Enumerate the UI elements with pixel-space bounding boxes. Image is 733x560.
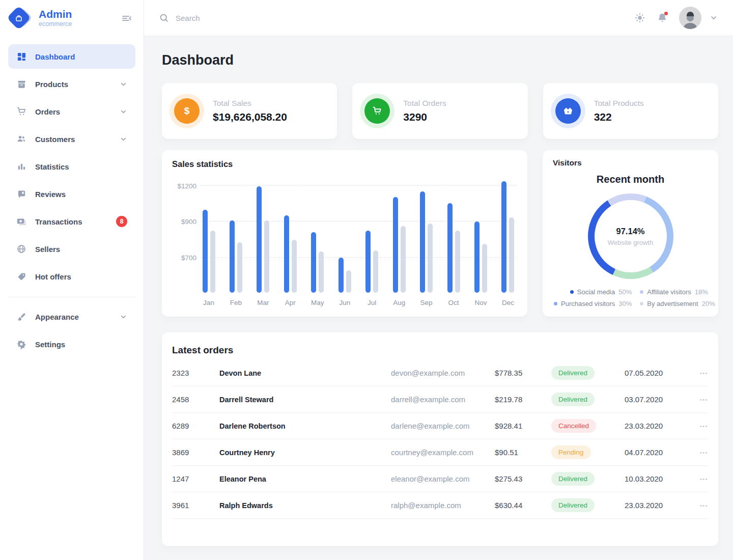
table-row: 2323 Devon Lane devon@example.com $778.3… (172, 360, 708, 386)
row-menu-button[interactable]: ••• (693, 397, 708, 403)
stat-value: $19,626,058.20 (213, 111, 287, 123)
sidebar-item-dashboard[interactable]: Dashboard (8, 44, 135, 69)
app-logo[interactable]: Admin ecommerce (9, 7, 72, 30)
legend-dot (570, 290, 574, 294)
sidebar-item-reviews[interactable]: Reviews (8, 182, 135, 206)
sidebar-item-label: Hot offers (35, 272, 71, 281)
order-email: devon@example.com (391, 369, 495, 377)
sidebar-item-settings[interactable]: Settings (8, 332, 135, 356)
current-bar-jun (339, 258, 344, 293)
x-axis-tick: Mar (255, 299, 271, 306)
previous-bar-jun (346, 270, 351, 293)
sales-chart-x-axis: JanFebMarAprMayJunJulAugSepOctNovDec (201, 299, 516, 306)
sidebar-item-sellers[interactable]: Sellers (8, 237, 135, 261)
search-bar (159, 13, 634, 23)
chevron-down-icon (120, 80, 127, 88)
y-axis-tick: $900 (181, 218, 196, 226)
order-customer-name: Darrell Steward (219, 396, 391, 404)
stat-value: 322 (594, 111, 644, 123)
user-menu-button[interactable] (710, 14, 718, 22)
hot-offers-icon (16, 271, 26, 282)
status-badge: Delivered (551, 498, 595, 512)
previous-bar-mar (264, 220, 269, 293)
previous-bar-feb (237, 242, 242, 293)
sales-chart-plot (201, 180, 516, 293)
order-id: 6289 (172, 422, 219, 430)
notifications-button[interactable] (657, 12, 668, 23)
x-axis-tick: Jan (201, 299, 217, 306)
legend-percent: 20% (702, 300, 715, 307)
row-menu-button[interactable]: ••• (693, 502, 708, 509)
sidebar-item-hot-offers[interactable]: Hot offers (8, 264, 135, 289)
row-menu-button[interactable]: ••• (693, 450, 708, 456)
avatar[interactable] (679, 7, 701, 29)
search-input[interactable] (176, 14, 328, 22)
chevron-down-icon (120, 108, 127, 116)
current-bar-feb (230, 220, 235, 293)
sales-chart-title: Sales statistics (172, 159, 516, 169)
order-date: 23.03.2020 (625, 422, 693, 430)
order-email: ralph@example.com (391, 501, 495, 510)
legend-item-social-media: Social media 50% (570, 288, 632, 296)
order-id: 1247 (172, 474, 219, 483)
previous-bar-apr (292, 240, 297, 293)
content: Dashboard $ Total Sales $19,626,058.20 T… (144, 36, 733, 560)
sidebar-item-products[interactable]: Products (8, 72, 135, 96)
search-icon (159, 13, 169, 23)
x-axis-tick: Jul (364, 299, 380, 306)
order-status: Delivered (551, 366, 625, 380)
stat-card-total-products: Total Products 322 (543, 83, 718, 139)
brand-name: Admin (39, 9, 72, 19)
sidebar-item-label: Appearance (35, 313, 79, 321)
user-photo (681, 12, 699, 29)
legend-label: Purchased visitors (561, 300, 615, 307)
order-amount: $630.44 (495, 501, 551, 510)
sidebar-item-label: Transactions (35, 217, 82, 226)
page-title: Dashboard (162, 52, 718, 68)
legend-percent: 18% (695, 288, 708, 296)
bar-group-jul (364, 180, 380, 293)
stat-card-total-orders: Total Orders 3290 (352, 83, 527, 139)
row-menu-button[interactable]: ••• (693, 370, 708, 376)
stat-label: Total Orders (403, 99, 446, 108)
bar-group-oct (445, 180, 462, 293)
status-badge: Delivered (551, 366, 595, 380)
order-date: 03.07.2020 (625, 395, 693, 404)
sidebar-collapse-button[interactable] (121, 13, 132, 24)
sun-icon (634, 12, 645, 23)
legend-item-by-advertisement: By advertisement 20% (640, 300, 715, 307)
current-bar-jul (365, 231, 371, 293)
latest-orders-title: Latest orders (172, 345, 708, 356)
sidebar-item-statistics[interactable]: Statistics (8, 154, 135, 179)
theme-toggle-button[interactable] (634, 12, 645, 23)
sidebar-item-appearance[interactable]: Appearance (8, 304, 135, 329)
products-icon (16, 79, 26, 89)
order-email: eleanor@example.com (391, 474, 495, 483)
current-bar-mar (257, 186, 262, 293)
order-id: 3869 (172, 448, 219, 457)
order-amount: $275.43 (495, 474, 551, 483)
order-date: 04.07.2020 (625, 448, 693, 457)
previous-bar-dec (509, 217, 514, 293)
latest-orders-card: Latest orders 2323 Devon Lane devon@exam… (162, 332, 718, 546)
donut-center-label: Website growth (608, 239, 653, 246)
status-badge: Delivered (551, 472, 595, 486)
sidebar-item-transactions[interactable]: Transactions8 (8, 209, 135, 234)
sidebar-item-customers[interactable]: Customers (8, 127, 135, 151)
legend-percent: 30% (618, 300, 632, 307)
current-bar-may (311, 232, 316, 293)
legend-label: By advertisement (647, 300, 698, 307)
sidebar-item-orders[interactable]: Orders (8, 99, 135, 124)
order-status: Pending (551, 445, 625, 459)
bar-group-sep (418, 180, 435, 293)
order-customer-name: Darlene Robertson (219, 422, 391, 430)
order-id: 2458 (172, 395, 219, 404)
row-menu-button[interactable]: ••• (693, 423, 708, 429)
previous-bar-jan (210, 231, 215, 293)
bar-group-apr (282, 180, 298, 293)
collapse-menu-icon (121, 13, 132, 24)
sidebar-item-label: Customers (35, 135, 75, 144)
row-menu-button[interactable]: ••• (693, 476, 708, 482)
order-status: Delivered (551, 472, 625, 486)
bar-group-jan (201, 180, 217, 293)
